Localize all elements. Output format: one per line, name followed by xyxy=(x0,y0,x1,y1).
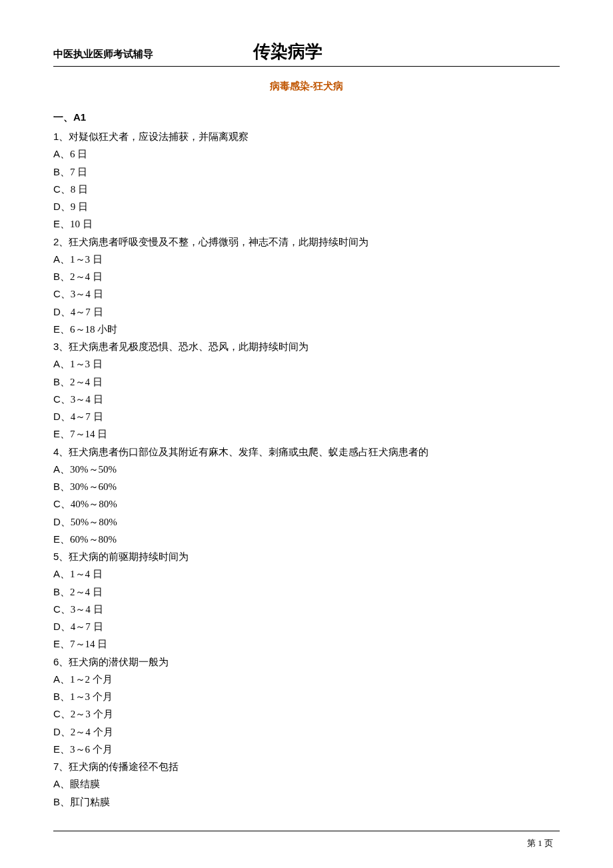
option-separator: 、 xyxy=(61,727,71,737)
footer-divider xyxy=(53,831,560,831)
option-text: 7 日 xyxy=(70,167,87,177)
option-letter: A xyxy=(53,778,60,789)
option: D、50%～80% xyxy=(53,513,560,531)
option: B、2～4 日 xyxy=(53,373,560,391)
option-separator: 、 xyxy=(60,587,70,597)
option: E、10 日 xyxy=(53,215,560,233)
option-text: 30%～60% xyxy=(70,481,117,492)
question: 3、狂犬病患者见极度恐惧、恐水、恐风，此期持续时间为 xyxy=(53,338,560,355)
option: A、6 日 xyxy=(53,145,560,163)
option-letter: C xyxy=(53,183,61,195)
option-separator: 、 xyxy=(60,254,70,265)
option-separator: 、 xyxy=(61,621,71,632)
option-letter: B xyxy=(53,691,60,702)
option-text: 2～4 日 xyxy=(70,377,103,387)
option-text: 9 日 xyxy=(71,201,88,212)
option-separator: 、 xyxy=(61,394,71,405)
option-text: 60%～80% xyxy=(70,534,117,545)
option-text: 40%～80% xyxy=(71,499,117,509)
option-text: 3～4 日 xyxy=(71,289,103,299)
option: B、肛门粘膜 xyxy=(53,793,560,811)
option-separator: 、 xyxy=(61,307,71,317)
option-text: 6 日 xyxy=(70,149,87,159)
option-separator: 、 xyxy=(61,604,71,615)
option-letter: D xyxy=(53,726,61,737)
option-letter: A xyxy=(53,568,60,579)
question-text: 狂犬病患者伤口部位及其附近有麻木、发痒、刺痛或虫爬、蚁走感占狂犬病患者的 xyxy=(69,447,428,457)
option-separator: 、 xyxy=(60,149,70,159)
option-separator: 、 xyxy=(60,464,70,475)
option-separator: 、 xyxy=(60,779,70,789)
option-letter: B xyxy=(53,271,60,282)
header-title: 传染病学 xyxy=(253,40,322,63)
option-separator: 、 xyxy=(61,289,71,299)
option-letter: B xyxy=(53,481,60,492)
option: D、4～7 日 xyxy=(53,408,560,425)
page-number: 第 1 页 xyxy=(527,837,553,849)
option-text: 3～4 日 xyxy=(71,604,103,615)
option-letter: D xyxy=(53,201,61,212)
option: C、3～4 日 xyxy=(53,285,560,303)
option-text: 4～7 日 xyxy=(71,307,103,317)
option-separator: 、 xyxy=(60,639,70,649)
option-text: 7～14 日 xyxy=(70,639,107,649)
question: 6、狂犬病的潜伏期一般为 xyxy=(53,653,560,671)
question-text: 狂犬病的前驱期持续时间为 xyxy=(69,551,189,562)
option-letter: D xyxy=(53,306,61,317)
option-letter: C xyxy=(53,708,61,719)
option: C、2～3 个月 xyxy=(53,705,560,723)
questions-container: 1、对疑似狂犬者，应设法捕获，并隔离观察A、6 日B、7 日C、8 日D、9 日… xyxy=(53,128,560,811)
option-text: 8 日 xyxy=(71,184,88,195)
option-separator: 、 xyxy=(61,201,71,212)
question-separator: 、 xyxy=(59,447,69,457)
option-text: 2～4 日 xyxy=(70,271,103,282)
option-text: 1～3 日 xyxy=(70,359,103,369)
option-separator: 、 xyxy=(60,271,70,282)
option-letter: B xyxy=(53,586,60,597)
option-separator: 、 xyxy=(60,359,70,369)
question: 5、狂犬病的前驱期持续时间为 xyxy=(53,548,560,565)
option-letter: A xyxy=(53,148,60,159)
question: 7、狂犬病的传播途径不包括 xyxy=(53,758,560,775)
option-letter: C xyxy=(53,603,61,615)
question-text: 狂犬病患者呼吸变慢及不整，心搏微弱，神志不清，此期持续时间为 xyxy=(69,237,368,247)
option-separator: 、 xyxy=(60,569,70,579)
option: D、4～7 日 xyxy=(53,303,560,321)
option-text: 30%～50% xyxy=(70,464,117,475)
option-text: 2～3 个月 xyxy=(71,709,113,719)
option-text: 10 日 xyxy=(70,219,93,229)
option: D、9 日 xyxy=(53,198,560,215)
option-separator: 、 xyxy=(61,411,71,422)
header-left-text: 中医执业医师考试辅导 xyxy=(53,48,153,61)
option-letter: D xyxy=(53,516,61,527)
option-separator: 、 xyxy=(61,499,71,509)
option-text: 4～7 日 xyxy=(71,411,103,422)
option: D、2～4 个月 xyxy=(53,723,560,741)
option: C、8 日 xyxy=(53,181,560,198)
question: 2、狂犬病患者呼吸变慢及不整，心搏微弱，神志不清，此期持续时间为 xyxy=(53,233,560,251)
option-separator: 、 xyxy=(60,691,70,702)
option: A、1～3 日 xyxy=(53,251,560,268)
option: C、3～4 日 xyxy=(53,601,560,618)
section-heading: 一、A1 xyxy=(53,111,560,124)
option-separator: 、 xyxy=(60,219,70,229)
option-text: 6～18 小时 xyxy=(70,324,117,335)
option-text: 7～14 日 xyxy=(70,429,107,439)
option-letter: E xyxy=(53,323,60,335)
option: A、30%～50% xyxy=(53,461,560,478)
option-letter: E xyxy=(53,218,60,229)
option-text: 1～3 个月 xyxy=(70,691,113,702)
option: D、4～7 日 xyxy=(53,618,560,635)
option: B、30%～60% xyxy=(53,478,560,495)
option-separator: 、 xyxy=(60,534,70,545)
option: B、2～4 日 xyxy=(53,268,560,285)
option-letter: E xyxy=(53,428,60,439)
question: 4、狂犬病患者伤口部位及其附近有麻木、发痒、刺痛或虫爬、蚁走感占狂犬病患者的 xyxy=(53,443,560,461)
question-text: 狂犬病患者见极度恐惧、恐水、恐风，此期持续时间为 xyxy=(69,341,308,352)
option-separator: 、 xyxy=(60,167,70,177)
option-letter: A xyxy=(53,463,60,475)
option-text: 3～4 日 xyxy=(71,394,103,405)
option: C、3～4 日 xyxy=(53,391,560,408)
option-letter: C xyxy=(53,498,61,509)
question-text: 对疑似狂犬者，应设法捕获，并隔离观察 xyxy=(69,131,249,142)
